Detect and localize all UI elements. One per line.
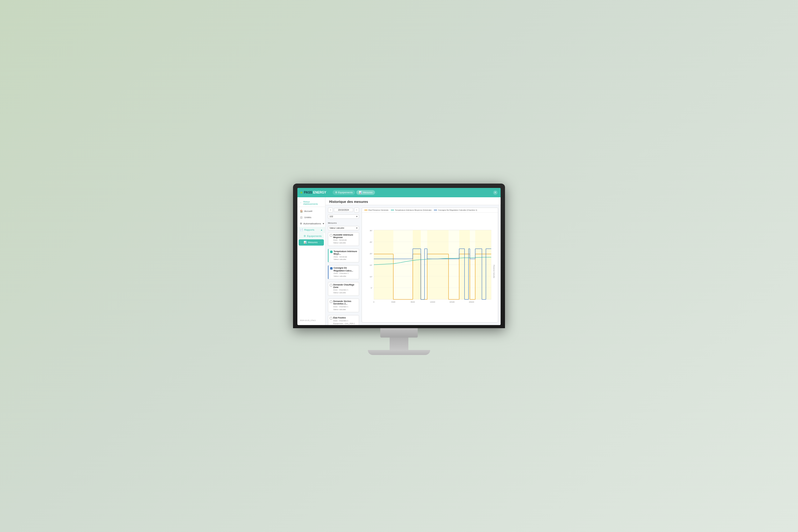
measures-select-chevron-icon: ▾ <box>356 227 358 229</box>
svg-text:Présence Calculée: Présence Calculée <box>493 265 495 278</box>
measures-select[interactable]: Valeur calculée ▾ <box>328 226 359 230</box>
sidebar-item-unites[interactable]: ◫ Unités <box>297 214 325 221</box>
unit-select[interactable]: 102 ▾ <box>328 214 359 219</box>
svg-text:5°: 5° <box>370 287 373 289</box>
legend-color-1 <box>391 210 394 210</box>
logo-pass: PASS <box>304 191 312 194</box>
svg-rect-21 <box>413 230 421 300</box>
back-arrow-icon: ← <box>300 202 302 204</box>
checkbox-4[interactable] <box>330 301 332 303</box>
svg-text:10°: 10° <box>370 276 373 278</box>
legend-item-2: Consigne De Régulation Calculée (Chambre… <box>434 209 477 211</box>
legend-color-2 <box>434 210 437 210</box>
date-nav: ‹ 23/10/2024 › <box>328 208 359 212</box>
chart-svg-wrapper: 30° 25° 20° 15° 10° 5° 0 4h00 8h00 <box>362 212 498 322</box>
svg-rect-24 <box>475 230 491 300</box>
chart-legend: État Présence Générale Température Intér… <box>362 208 498 212</box>
auto-icon: ⚙ <box>300 222 302 225</box>
sidebar-footer: 2024-10-23_17h11 <box>297 318 325 323</box>
monitor-stand-neck <box>390 338 408 350</box>
monitor-screen: PASS ENERGY ⚙ Équipements 📊 Mesures × <box>297 188 501 325</box>
sidebar-item-mesures-sub[interactable]: 📊 Mesures <box>299 239 324 246</box>
sidebar-item-accueil[interactable]: 🏠 Accueil <box>297 208 325 214</box>
sidebar: ← Retour établissements 🏠 Accueil ◫ Unit… <box>297 197 325 325</box>
date-prev-button[interactable]: ‹ <box>328 208 333 212</box>
app-body: ← Retour établissements 🏠 Accueil ◫ Unit… <box>297 197 501 325</box>
select-chevron-icon: ▾ <box>356 215 358 218</box>
measure-item-3: Demande Chauffage Zone Zone : Chambre 1 … <box>328 282 359 296</box>
mesures-sub-icon: 📊 <box>304 241 307 244</box>
chart-area: État Présence Générale Température Intér… <box>362 208 498 323</box>
measure-item-4: Demande Sèches Serviettes Z... Zone : Ch… <box>328 299 359 312</box>
checkbox-1[interactable] <box>330 251 332 253</box>
date-next-button[interactable]: › <box>354 208 359 212</box>
expand-icon-rapports: ▲ <box>320 229 323 231</box>
equipements-icon: ⚙ <box>335 191 337 194</box>
legend-color-0 <box>364 210 367 210</box>
legend-item-0: État Présence Générale <box>364 209 388 211</box>
checkbox-0[interactable] <box>330 234 332 236</box>
monitor-wrapper: PASS ENERGY ⚙ Équipements 📊 Mesures × <box>293 184 505 355</box>
app-nav-tabs: ⚙ Équipements 📊 Mesures <box>332 190 375 195</box>
sidebar-item-rapports[interactable]: 📄 Rapports ▲ <box>297 227 325 233</box>
svg-text:0: 0 <box>374 301 375 303</box>
svg-text:30°: 30° <box>370 229 373 231</box>
svg-text:20h00: 20h00 <box>469 301 474 303</box>
measure-item-1: Température Intérieure Moye... Zone : Gé… <box>328 249 359 262</box>
expand-icon-auto: ▼ <box>322 223 324 225</box>
app-logo: PASS ENERGY <box>301 191 326 194</box>
home-icon: 🏠 <box>300 210 303 213</box>
measures-section-label: Mesures <box>328 222 359 224</box>
svg-text:8h00: 8h00 <box>411 301 415 303</box>
measure-item-2: Consigne De Régulation Calcu... Zone : C… <box>328 265 359 279</box>
checkbox-2[interactable] <box>330 267 332 270</box>
legend-item-1: Température Intérieure Moyenne (Générale… <box>391 209 432 211</box>
svg-text:16h00: 16h00 <box>450 301 455 303</box>
svg-text:25°: 25° <box>370 241 373 243</box>
measure-item-0: Humidité Intérieure Moyenne Zone : Génér… <box>328 232 359 246</box>
tab-equipements[interactable]: ⚙ Équipements <box>332 190 355 195</box>
tab-mesures[interactable]: 📊 Mesures <box>356 190 375 195</box>
measure-item-5: État Fenêtre Zone : Chambre 1 Équipement… <box>328 315 359 325</box>
monitor-stand-top <box>380 328 418 338</box>
date-display: 23/10/2024 <box>334 208 353 212</box>
chart-svg: 30° 25° 20° 15° 10° 5° 0 4h00 8h00 <box>363 214 497 321</box>
logo-energy: ENERGY <box>313 191 326 194</box>
svg-text:12h00: 12h00 <box>430 301 435 303</box>
app-header: PASS ENERGY ⚙ Équipements 📊 Mesures × <box>297 188 501 197</box>
sidebar-item-automatisations[interactable]: ⚙ Automatisations ▼ <box>297 221 325 227</box>
mesures-icon: 📊 <box>359 191 362 194</box>
checkbox-5[interactable] <box>330 317 332 320</box>
svg-text:4h00: 4h00 <box>391 301 396 303</box>
page-header: Historique des mesures <box>325 197 501 205</box>
svg-rect-22 <box>427 230 448 300</box>
svg-text:15°: 15° <box>370 264 373 266</box>
checkbox-3[interactable] <box>330 284 332 286</box>
content-area: ‹ 23/10/2024 › 102 ▾ Mesures <box>325 205 501 325</box>
monitor-screen-border: PASS ENERGY ⚙ Équipements 📊 Mesures × <box>293 184 505 328</box>
monitor-stand-base <box>368 350 430 355</box>
units-icon: ◫ <box>300 216 303 219</box>
page-title: Historique des mesures <box>329 200 497 204</box>
reports-icon: 📄 <box>300 228 303 231</box>
window-close-button[interactable]: × <box>493 190 497 195</box>
main-content: Historique des mesures ‹ 23/10/2024 › <box>325 197 501 325</box>
svg-text:20°: 20° <box>370 253 373 254</box>
logo-dot <box>301 192 302 193</box>
sidebar-item-equipements-sub[interactable]: ⚙ Équipements <box>299 233 324 239</box>
sidebar-back[interactable]: ← Retour établissements <box>297 199 325 207</box>
equip-sub-icon: ⚙ <box>304 235 306 238</box>
left-panel: ‹ 23/10/2024 › 102 ▾ Mesures <box>328 208 359 323</box>
